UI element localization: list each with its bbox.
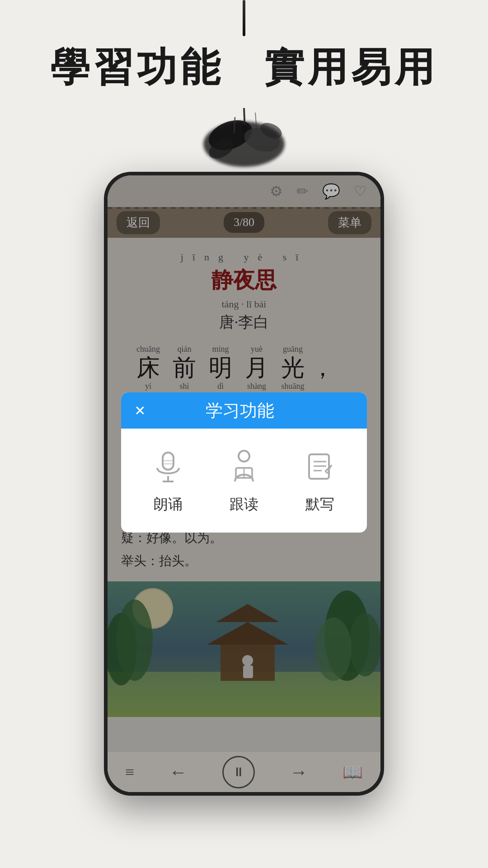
- modal-header: × 学习功能: [121, 392, 367, 429]
- modal-item-follow[interactable]: 跟读: [224, 447, 264, 514]
- person-reading-icon: [224, 447, 264, 487]
- svg-point-6: [242, 125, 248, 132]
- phone-screen: ⚙ ✏ 💬 ♡ 返回 3/80 菜单 jīng yè sī 静夜思 táng ·…: [108, 175, 380, 792]
- ink-blob-decoration: [194, 104, 294, 176]
- top-area: 學習功能 實用易用: [0, 0, 488, 181]
- modal-body: 朗诵 跟读: [121, 429, 367, 533]
- modal-close-button[interactable]: ×: [135, 400, 145, 421]
- page-title: 學習功能 實用易用: [50, 41, 438, 94]
- phone-mockup: ⚙ ✏ 💬 ♡ 返回 3/80 菜单 jīng yè sī 静夜思 táng ·…: [104, 172, 384, 796]
- ink-drop-top: [243, 0, 245, 36]
- follow-label: 跟读: [230, 495, 258, 514]
- recite-label: 朗诵: [154, 495, 183, 514]
- writing-icon: [300, 447, 340, 487]
- microphone-icon: [148, 447, 188, 487]
- modal-item-dictation[interactable]: 默写: [300, 447, 340, 514]
- modal-box: × 学习功能: [121, 392, 367, 533]
- modal-title: 学习功能: [155, 399, 325, 422]
- svg-point-28: [239, 451, 249, 462]
- dictation-label: 默写: [305, 495, 334, 514]
- svg-line-7: [234, 117, 235, 133]
- modal-item-recite[interactable]: 朗诵: [148, 447, 188, 514]
